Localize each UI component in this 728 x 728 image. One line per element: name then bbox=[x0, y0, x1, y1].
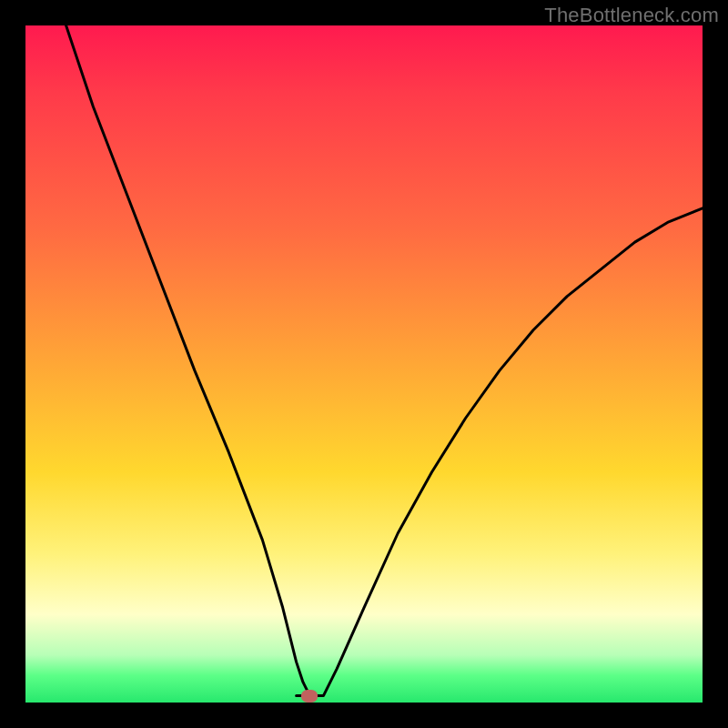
curve-path bbox=[66, 25, 703, 696]
bottleneck-curve bbox=[25, 25, 703, 703]
watermark-text: TheBottleneck.com bbox=[544, 4, 719, 27]
chart-frame: TheBottleneck.com bbox=[0, 0, 728, 728]
minimum-marker bbox=[301, 690, 318, 703]
gradient-plot-area bbox=[25, 25, 703, 703]
